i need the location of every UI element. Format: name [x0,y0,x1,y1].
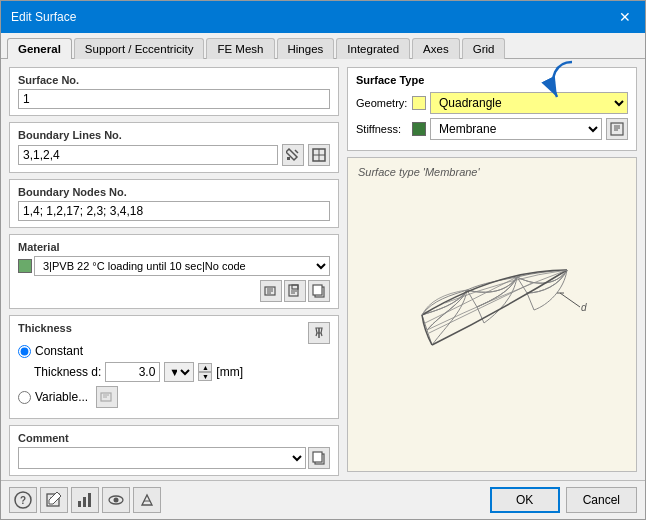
svg-text:d: d [581,302,587,313]
new-icon [288,284,302,298]
boundary-lines-group: Boundary Lines No. [9,122,339,173]
tab-hinges[interactable]: Hinges [277,38,335,59]
cancel-button[interactable]: Cancel [566,487,637,513]
svg-point-44 [114,498,119,503]
main-content: Surface No. Boundary Lines No. [1,59,645,480]
thickness-d-label: Thickness d: [34,365,101,379]
svg-rect-0 [287,157,290,160]
edit-btn[interactable] [40,487,68,513]
material-info-btn[interactable] [260,280,282,302]
left-panel: Surface No. Boundary Lines No. [9,67,339,472]
thickness-label: Thickness [18,322,72,334]
detail-icon [610,122,624,136]
copy-icon [312,284,326,298]
help-btn[interactable]: ? [9,487,37,513]
stats-icon [76,491,94,509]
thickness-unit-select[interactable]: ▼ [164,362,194,382]
title-bar-buttons: ✕ [615,7,635,27]
svg-text:?: ? [20,495,26,506]
select-icon [312,148,326,162]
svg-rect-42 [88,493,91,507]
bottom-left-icons: ? [9,487,161,513]
svg-rect-11 [292,285,298,289]
pin-icon [312,326,326,340]
geometry-key: Geometry: [356,97,406,109]
window-title: Edit Surface [11,10,76,24]
copy-comment-icon [312,451,326,465]
bottom-bar: ? [1,480,645,519]
thickness-up-btn[interactable]: ▲ [198,363,212,372]
svg-rect-15 [313,285,322,295]
render-icon [138,491,156,509]
material-color-box [18,259,32,273]
geometry-color-box [412,96,426,110]
surface-no-group: Surface No. [9,67,339,116]
preview-text: Surface type 'Membrane' [358,166,480,178]
render-btn[interactable] [133,487,161,513]
svg-line-18 [316,333,317,336]
svg-line-19 [321,333,322,336]
comment-label: Comment [18,432,330,444]
boundary-lines-label: Boundary Lines No. [18,129,330,141]
constant-radio[interactable] [18,345,31,358]
tab-bar: General Support / Eccentricity FE Mesh H… [1,33,645,59]
boundary-lines-edit-btn[interactable] [282,144,304,166]
comment-group: Comment [9,425,339,476]
surface-preview: Surface type 'Membrane' [347,157,637,472]
tab-grid[interactable]: Grid [462,38,506,59]
variable-label: Variable... [35,390,88,404]
stiffness-key: Stiffness: [356,123,406,135]
stiffness-select[interactable]: Membrane [430,118,602,140]
thickness-d-input[interactable] [105,362,160,382]
material-select[interactable]: 3|PVB 22 °C loading until 10 sec|No code [34,256,330,276]
svg-rect-41 [83,497,86,507]
constant-label: Constant [35,344,83,358]
surface-no-label: Surface No. [18,74,330,86]
svg-rect-26 [611,123,623,135]
thickness-unit-label: [mm] [216,365,243,379]
tab-axes[interactable]: Axes [412,38,460,59]
info-icon [264,284,278,298]
tab-integrated[interactable]: Integrated [336,38,410,59]
thickness-group: Thickness Constant Thickn [9,315,339,419]
tab-fe-mesh[interactable]: FE Mesh [206,38,274,59]
thickness-spinner: ▲ ▼ [198,363,212,381]
view-btn[interactable] [102,487,130,513]
eye-icon [107,491,125,509]
ok-button[interactable]: OK [490,487,560,513]
variable-edit-btn[interactable] [96,386,118,408]
boundary-lines-select-btn[interactable] [308,144,330,166]
svg-rect-24 [313,452,322,462]
pencil-icon [286,148,300,162]
dialog-buttons: OK Cancel [490,487,637,513]
surface-no-input[interactable] [18,89,330,109]
boundary-nodes-label: Boundary Nodes No. [18,186,330,198]
svg-line-30 [560,293,580,307]
close-button[interactable]: ✕ [615,7,635,27]
material-group: Material 3|PVB 22 °C loading until 10 se… [9,234,339,309]
tab-support-eccentricity[interactable]: Support / Eccentricity [74,38,205,59]
comment-select[interactable] [18,447,306,469]
thickness-down-btn[interactable]: ▼ [198,372,212,381]
stiffness-color-box [412,122,426,136]
surface-preview-svg: d [382,215,602,415]
material-new-btn[interactable] [284,280,306,302]
edit-icon [100,390,114,404]
stiffness-detail-btn[interactable] [606,118,628,140]
boundary-nodes-input[interactable] [18,201,330,221]
arrow-annotation [527,59,587,110]
tab-general[interactable]: General [7,38,72,59]
svg-rect-40 [78,501,81,507]
thickness-pin-btn[interactable] [308,322,330,344]
edit-surface-window: Edit Surface ✕ General Support / Eccentr… [0,0,646,520]
boundary-nodes-group: Boundary Nodes No. [9,179,339,228]
comment-copy-btn[interactable] [308,447,330,469]
material-copy-btn[interactable] [308,280,330,302]
variable-radio[interactable] [18,391,31,404]
stats-btn[interactable] [71,487,99,513]
edit-bottom-icon [45,491,63,509]
boundary-lines-input[interactable] [18,145,278,165]
right-panel: Surface Type Geometry: Quadrangle Stiffn… [347,67,637,472]
surface-type-label: Surface Type [356,74,628,86]
material-label: Material [18,241,330,253]
